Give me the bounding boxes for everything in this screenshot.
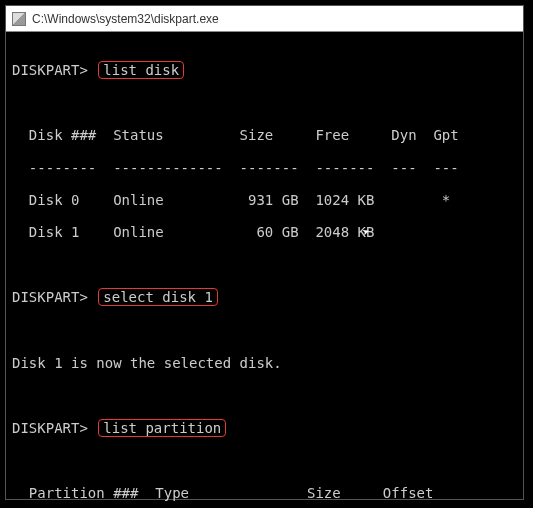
disk-table-sep: -------- ------------- ------- ------- -… — [12, 160, 517, 176]
cmd-list-partition: list partition — [98, 419, 226, 437]
msg-disk-selected: Disk 1 is now the selected disk. — [12, 355, 517, 371]
terminal-body[interactable]: DISKPART> list disk Disk ### Status Size… — [6, 32, 523, 508]
app-icon — [12, 12, 26, 26]
partition-table-header: Partition ### Type Size Offset — [12, 485, 517, 501]
prompt: DISKPART> — [12, 420, 88, 436]
disk-row: Disk 1 Online 60 GB 2048 KB — [12, 224, 517, 240]
titlebar[interactable]: C:\Windows\system32\diskpart.exe — [6, 6, 523, 32]
disk-row: Disk 0 Online 931 GB 1024 KB * — [12, 192, 517, 208]
cmd-list-disk: list disk — [98, 61, 184, 79]
prompt: DISKPART> — [12, 289, 88, 305]
prompt: DISKPART> — [12, 62, 88, 78]
disk-table-header: Disk ### Status Size Free Dyn Gpt — [12, 127, 517, 143]
cmd-select-disk: select disk 1 — [98, 288, 218, 306]
window-title: C:\Windows\system32\diskpart.exe — [32, 12, 219, 26]
terminal-window: C:\Windows\system32\diskpart.exe DISKPAR… — [5, 5, 524, 500]
